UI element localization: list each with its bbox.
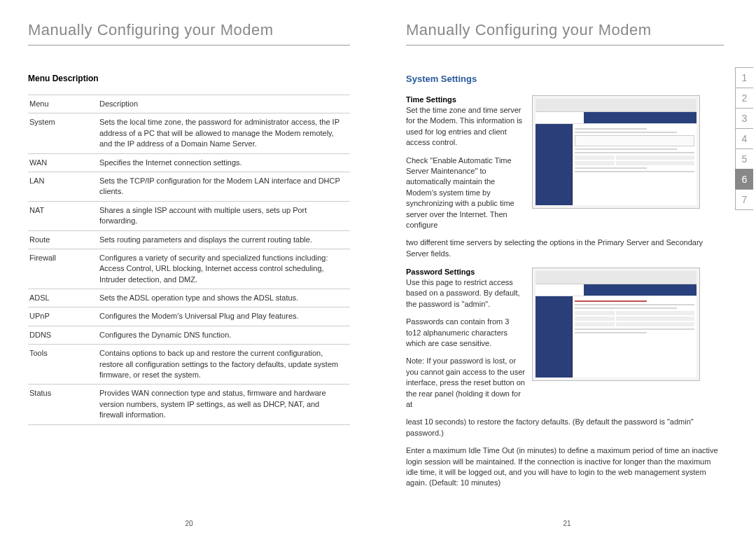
- menu-name-cell: Tools: [28, 345, 98, 385]
- menu-name-cell: DDNS: [28, 326, 98, 344]
- page-left: Manually Configuring your Modem Menu Des…: [0, 0, 378, 540]
- col-header-description: Description: [98, 95, 350, 113]
- section-tab-4[interactable]: 4: [735, 128, 753, 149]
- password-settings-p3a: Note: If your password is lost, or you c…: [406, 356, 525, 410]
- table-row: LANSets the TCP/IP configuration for the…: [28, 172, 350, 201]
- menu-name-cell: LAN: [28, 172, 98, 201]
- page-title-right: Manually Configuring your Modem: [406, 21, 724, 46]
- password-settings-p3b: least 10 seconds) to restore the factory…: [406, 417, 724, 438]
- time-settings-screenshot: [532, 95, 700, 209]
- password-settings-block: Password Settings Use this page to restr…: [406, 268, 724, 489]
- col-header-menu: Menu: [28, 95, 98, 113]
- time-settings-heading: Time Settings: [406, 95, 525, 104]
- menu-desc-cell: Provides WAN connection type and status,…: [98, 385, 350, 424]
- table-row: FirewallConfigures a variety of security…: [28, 249, 350, 289]
- section-tab-2[interactable]: 2: [735, 88, 753, 109]
- table-row: WANSpecifies the Internet connection set…: [28, 153, 350, 172]
- section-tabs: 1234567: [735, 67, 753, 209]
- password-settings-p1: Use this page to restrict access based o…: [406, 277, 525, 310]
- menu-description-table: Menu Description SystemSets the local ti…: [28, 95, 350, 425]
- menu-name-cell: WAN: [28, 153, 98, 172]
- time-settings-p1: Set the time zone and time server for th…: [406, 105, 525, 148]
- menu-desc-cell: Sets routing parameters and displays the…: [98, 230, 350, 249]
- menu-desc-cell: Specifies the Internet connection settin…: [98, 153, 350, 172]
- page-right: Manually Configuring your Modem System S…: [378, 0, 756, 540]
- time-settings-p2b: two different time servers by selecting …: [406, 237, 724, 259]
- menu-name-cell: ADSL: [28, 289, 98, 307]
- section-tab-6[interactable]: 6: [735, 169, 753, 190]
- menu-desc-cell: Sets the ADSL operation type and shows t…: [98, 289, 350, 307]
- menu-desc-cell: Shares a single ISP account with multipl…: [98, 201, 350, 230]
- menu-name-cell: Route: [28, 230, 98, 249]
- password-settings-screenshot: [532, 268, 700, 381]
- menu-desc-cell: Configures the Dynamic DNS function.: [98, 326, 350, 344]
- section-tab-7[interactable]: 7: [735, 189, 753, 210]
- menu-desc-cell: Contains options to back up and restore …: [98, 345, 350, 385]
- page-number-right: 21: [563, 520, 570, 527]
- password-settings-p4: Enter a maximum Idle Time Out (in minute…: [406, 445, 724, 489]
- section-tab-3[interactable]: 3: [735, 108, 753, 129]
- time-settings-p2a: Check "Enable Automatic Time Server Main…: [406, 155, 525, 231]
- table-row: SystemSets the local time zone, the pass…: [28, 113, 350, 153]
- table-row: RouteSets routing parameters and display…: [28, 230, 350, 249]
- section-tab-1[interactable]: 1: [735, 67, 753, 88]
- menu-name-cell: Firewall: [28, 249, 98, 289]
- table-row: ToolsContains options to back up and res…: [28, 345, 350, 385]
- menu-name-cell: Status: [28, 385, 98, 424]
- table-row: ADSLSets the ADSL operation type and sho…: [28, 289, 350, 307]
- page-number-left: 20: [185, 520, 192, 527]
- system-settings-heading: System Settings: [406, 74, 724, 84]
- password-settings-p2: Passwords can contain from 3 to12 alphan…: [406, 317, 525, 349]
- menu-description-heading: Menu Description: [28, 74, 350, 83]
- table-header-row: Menu Description: [28, 95, 350, 113]
- menu-name-cell: System: [28, 113, 98, 153]
- menu-name-cell: UPnP: [28, 307, 98, 326]
- table-row: DDNSConfigures the Dynamic DNS function.: [28, 326, 350, 344]
- table-row: StatusProvides WAN connection type and s…: [28, 385, 350, 424]
- menu-desc-cell: Configures a variety of security and spe…: [98, 249, 350, 289]
- table-row: NATShares a single ISP account with mult…: [28, 201, 350, 230]
- menu-desc-cell: Sets the TCP/IP configuration for the Mo…: [98, 172, 350, 201]
- menu-desc-cell: Sets the local time zone, the password f…: [98, 113, 350, 153]
- password-settings-heading: Password Settings: [406, 268, 525, 276]
- section-tab-5[interactable]: 5: [735, 148, 753, 169]
- menu-name-cell: NAT: [28, 201, 98, 230]
- table-row: UPnPConfigures the Modem's Universal Plu…: [28, 307, 350, 326]
- time-settings-block: Time Settings Set the time zone and time…: [406, 95, 724, 259]
- menu-desc-cell: Configures the Modem's Universal Plug an…: [98, 307, 350, 326]
- page-title-left: Manually Configuring your Modem: [28, 21, 350, 46]
